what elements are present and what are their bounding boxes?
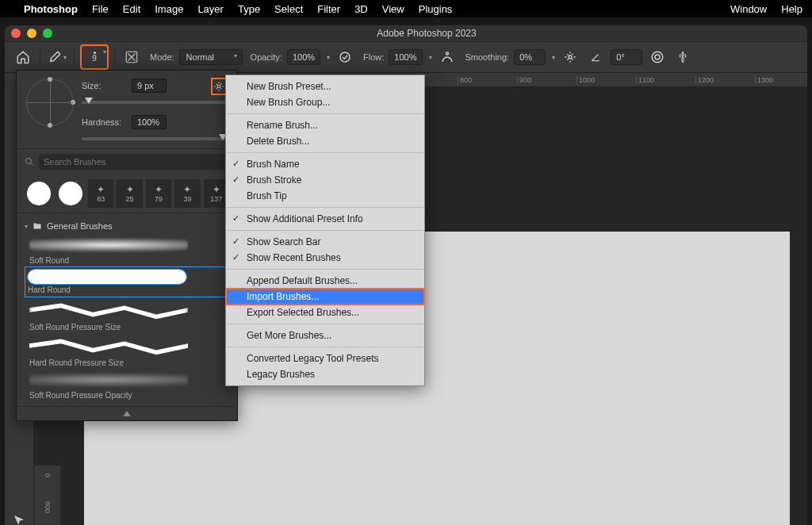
menu-app[interactable]: Photoshop: [24, 3, 78, 15]
hardness-input[interactable]: 100%: [132, 115, 167, 129]
recent-brush[interactable]: ✦25: [117, 179, 142, 208]
menu-file[interactable]: File: [92, 3, 109, 15]
menu-separator: [226, 347, 424, 347]
menu-separator: [226, 152, 424, 153]
hardness-slider[interactable]: [82, 137, 228, 140]
ruler-v-tick: 800: [44, 501, 52, 513]
pressure-size-icon[interactable]: [647, 47, 668, 67]
svg-point-2: [446, 52, 448, 55]
svg-point-8: [26, 159, 32, 164]
pressure-opacity-icon[interactable]: [335, 47, 355, 67]
menu-view[interactable]: View: [382, 3, 404, 15]
panel-corner-resize[interactable]: ⋰: [228, 410, 236, 419]
flow-chevron-icon[interactable]: ▾: [429, 54, 432, 61]
menu-3d[interactable]: 3D: [354, 3, 368, 15]
menu-item-new-brush-group[interactable]: New Brush Group...: [226, 94, 424, 110]
window-maximize-button[interactable]: [43, 29, 52, 38]
symmetry-icon[interactable]: [672, 47, 693, 67]
menu-image[interactable]: Image: [155, 3, 183, 15]
brush-item-hard-round-pressure-size[interactable]: Hard Round Pressure Size: [25, 333, 229, 369]
smoothing-input[interactable]: 0%: [514, 49, 546, 65]
window-title: Adobe Photoshop 2023: [52, 28, 801, 39]
menu-separator: [226, 324, 424, 324]
smoothing-label: Smoothing:: [465, 52, 510, 62]
smoothing-options-icon[interactable]: [560, 47, 580, 67]
menu-separator: [226, 113, 424, 114]
menu-item-show-search-bar[interactable]: Show Search Bar: [226, 234, 424, 250]
move-tool-icon[interactable]: [10, 513, 29, 525]
menu-select[interactable]: Select: [274, 3, 303, 15]
menu-layer[interactable]: Layer: [197, 3, 224, 15]
brush-preset-picker-button[interactable]: 9 ▾: [81, 45, 108, 69]
folder-icon: [33, 221, 42, 231]
svg-point-7: [217, 85, 220, 88]
angle-input[interactable]: 0°: [611, 49, 642, 65]
svg-point-5: [655, 55, 660, 59]
window-close-button[interactable]: [11, 29, 21, 38]
macos-menubar: Photoshop File Edit Image Layer Type Sel…: [0, 0, 812, 17]
recent-brush[interactable]: [27, 182, 51, 205]
size-slider[interactable]: [82, 101, 228, 104]
smoothing-chevron-icon[interactable]: ▾: [552, 54, 555, 61]
flow-input[interactable]: 100%: [389, 49, 422, 65]
size-label: Size:: [82, 81, 125, 90]
menu-item-new-brush-preset[interactable]: New Brush Preset...: [226, 79, 424, 94]
svg-point-4: [652, 52, 663, 63]
titlebar: Adobe Photoshop 2023: [5, 25, 807, 41]
brush-item-soft-round-pressure-size[interactable]: Soft Round Pressure Size: [25, 297, 229, 333]
search-brushes-input[interactable]: [39, 154, 229, 170]
menu-filter[interactable]: Filter: [317, 3, 340, 15]
opacity-label: Opacity:: [251, 52, 282, 62]
menu-item-legacy-brushes[interactable]: Legacy Brushes: [226, 366, 424, 382]
menu-edit[interactable]: Edit: [123, 3, 140, 15]
brush-tool-icon[interactable]: ▾: [47, 47, 67, 67]
menu-item-converted-legacy-tool-presets[interactable]: Converted Legacy Tool Presets: [226, 351, 424, 366]
svg-point-3: [569, 56, 572, 59]
options-bar: ▾ 9 ▾ Mode: Normal ▾ Opacity: 100% ▾ Flo…: [5, 41, 807, 73]
recent-brush[interactable]: ✦79: [146, 179, 171, 208]
menu-type[interactable]: Type: [238, 3, 260, 15]
menu-separator: [226, 269, 424, 270]
menu-help[interactable]: Help: [781, 3, 802, 15]
size-input[interactable]: 9 px: [132, 79, 167, 93]
menu-item-brush-stroke[interactable]: Brush Stroke: [226, 172, 424, 188]
brush-list[interactable]: ▾ General Brushes Soft Round Hard Round …: [17, 213, 237, 406]
menu-item-show-recent-brushes[interactable]: Show Recent Brushes: [226, 250, 424, 266]
menu-item-delete-brush[interactable]: Delete Brush...: [226, 133, 424, 149]
flow-label: Flow:: [363, 52, 384, 62]
angle-icon[interactable]: [585, 47, 606, 67]
menu-item-export-selected-brushes[interactable]: Export Selected Brushes...: [226, 305, 424, 320]
menu-item-brush-name[interactable]: Brush Name: [226, 156, 424, 172]
menu-separator: [226, 230, 424, 231]
recent-brush[interactable]: ✦83: [88, 179, 113, 208]
menu-item-append-default-brushes[interactable]: Append Default Brushes...: [226, 273, 424, 289]
menu-item-import-brushes[interactable]: Import Brushes...: [226, 289, 424, 305]
brush-item-soft-round[interactable]: Soft Round: [25, 234, 229, 266]
recent-brush[interactable]: [59, 182, 82, 205]
brush-angle-control[interactable]: [26, 79, 74, 126]
panel-resize-handle[interactable]: [17, 406, 237, 420]
brush-item-soft-round-pressure-opacity[interactable]: Soft Round Pressure Opacity: [25, 369, 229, 401]
menu-window[interactable]: Window: [730, 3, 767, 15]
menu-item-brush-tip[interactable]: Brush Tip: [226, 188, 424, 204]
brush-item-hard-round[interactable]: Hard Round: [25, 266, 229, 297]
brush-preset-panel: Size: 9 px Hardness: 100% ▾ ✦83 ✦25 ✦79 …: [16, 70, 238, 421]
menu-item-show-additional-preset-info[interactable]: Show Additional Preset Info: [226, 211, 424, 227]
opacity-chevron-icon[interactable]: ▾: [327, 54, 330, 61]
home-icon[interactable]: [13, 47, 33, 67]
airbrush-icon[interactable]: [437, 47, 458, 67]
svg-point-1: [340, 52, 350, 62]
hardness-label: Hardness:: [82, 117, 125, 127]
brush-settings-icon[interactable]: [121, 47, 142, 67]
menu-plugins[interactable]: Plugins: [419, 3, 453, 15]
brush-size-number: 9: [92, 54, 97, 63]
brush-group-header[interactable]: ▾ General Brushes: [25, 218, 229, 234]
blend-mode-select[interactable]: Normal ▾: [179, 49, 243, 65]
window-minimize-button[interactable]: [27, 29, 36, 38]
opacity-input[interactable]: 100%: [287, 49, 320, 65]
ruler-v-tick: 0: [44, 473, 52, 477]
recent-brush[interactable]: ✦39: [174, 179, 200, 208]
menu-item-get-more-brushes[interactable]: Get More Brushes...: [226, 328, 424, 343]
menu-item-rename-brush[interactable]: Rename Brush...: [226, 117, 424, 133]
search-icon: [25, 157, 34, 167]
